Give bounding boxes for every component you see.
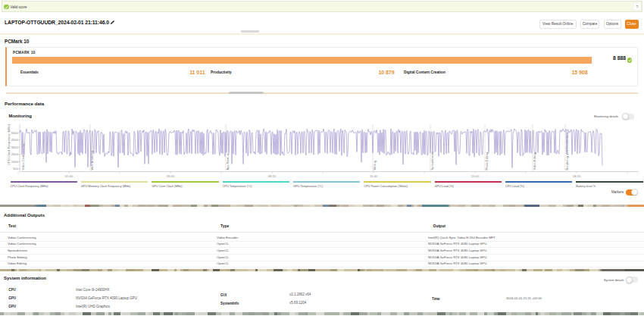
svg-text:CPU Clock Frequency (MHz): CPU Clock Frequency (MHz) bbox=[7, 124, 11, 165]
svg-text:01:40: 01:40 bbox=[65, 174, 73, 178]
svg-text:05:00: 05:00 bbox=[167, 174, 175, 178]
svg-text:500: 500 bbox=[13, 167, 19, 171]
svg-text:Video Conferencing: Video Conferencing bbox=[21, 143, 25, 170]
svg-text:Spreadsheets: Spreadsheets bbox=[430, 152, 434, 171]
svg-text:App Start-up: App Start-up bbox=[226, 152, 230, 170]
svg-text:15:00: 15:00 bbox=[471, 174, 480, 178]
svg-text:4500: 4500 bbox=[11, 138, 19, 142]
svg-text:11:40: 11:40 bbox=[370, 174, 378, 178]
svg-text:Writing: Writing bbox=[373, 161, 377, 170]
svg-text:Video Editing: Video Editing bbox=[533, 152, 536, 171]
svg-text:3500: 3500 bbox=[11, 145, 19, 149]
svg-text:5500: 5500 bbox=[11, 131, 19, 135]
svg-text:08:20: 08:20 bbox=[268, 174, 277, 178]
svg-text:2500: 2500 bbox=[11, 152, 19, 156]
svg-text:Photo Editing: Photo Editing bbox=[485, 152, 489, 171]
svg-text:18:20: 18:20 bbox=[573, 174, 581, 178]
svg-text:1500: 1500 bbox=[11, 160, 19, 164]
